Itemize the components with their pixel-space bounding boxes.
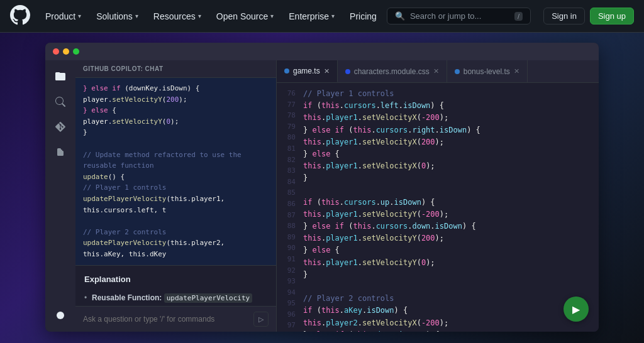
nav-product[interactable]: Product ▾ [40,8,86,25]
nav-pricing-label: Pricing [350,11,377,21]
tab-close-characters-css[interactable]: ✕ [433,67,439,75]
nav-actions: Sign in Sign up [543,8,634,24]
nav-enterprise-label: Enterprise [289,11,329,21]
nav-open-source-label: Open Source [216,11,269,21]
tab-icon-css [345,69,350,74]
copilot-explanation: Explanation Reusable Function: updatePla… [75,266,276,307]
explanation-item-1: Reusable Function: updatePlayerVelocity … [84,292,267,306]
editor-tabs: game.ts ✕ characters.module.css ✕ bonus-… [277,60,599,83]
tab-close-bonus-level-ts[interactable]: ✕ [514,67,519,75]
tab-icon-ts2 [455,69,460,74]
signin-button[interactable]: Sign in [543,8,585,24]
nav-resources[interactable]: Resources ▾ [148,8,206,25]
chevron-down-icon: ▾ [78,13,81,19]
sidebar-icon-search[interactable] [49,90,72,113]
window-dot-green[interactable] [73,48,79,55]
search-bar[interactable]: 🔍 Search or jump to... / [387,8,531,24]
chevron-down-icon: ▾ [331,13,335,19]
sidebar-icon-explorer[interactable] [49,65,72,88]
signup-button[interactable]: Sign up [590,8,634,24]
copilot-input-bar: ▷ [75,306,276,332]
search-kbd: / [514,12,523,21]
main-content: GITHUB COPILOT: CHAT } else if (downKey.… [0,33,644,343]
copilot-send-button[interactable]: ▷ [253,312,269,327]
editor-sidebar [45,60,75,332]
chevron-down-icon: ▾ [270,13,274,19]
sidebar-icon-extensions[interactable] [49,141,72,163]
search-icon: 🔍 [395,11,405,21]
line-numbers: 7677787980818283848586878889909192939495… [277,83,303,332]
nav-resources-label: Resources [153,11,196,21]
chevron-down-icon: ▾ [135,13,138,19]
window-titlebar [45,43,599,60]
nav-pricing[interactable]: Pricing [345,8,382,25]
svg-point-0 [57,312,64,319]
nav-enterprise[interactable]: Enterprise ▾ [284,8,340,25]
tab-characters-css[interactable]: characters.module.css ✕ [338,60,447,82]
tab-bonus-level-ts[interactable]: bonus-level.ts ✕ [447,60,528,82]
chevron-down-icon: ▾ [198,13,201,19]
editor-window: GITHUB COPILOT: CHAT } else if (downKey.… [45,43,599,332]
explanation-title: Explanation [84,273,267,286]
copilot-header: GITHUB COPILOT: CHAT [75,60,276,78]
code-editor: game.ts ✕ characters.module.css ✕ bonus-… [277,60,599,332]
copilot-code-block: } else if (downKey.isDown) { player.setV… [75,78,276,266]
nav-solutions-label: Solutions [96,11,133,21]
play-button[interactable]: ▶ [564,297,589,322]
code-content: // Player 1 controls if (this.cursors.le… [303,83,599,332]
nav-product-label: Product [45,11,75,21]
tab-icon-ts [284,68,289,74]
sidebar-icon-git[interactable] [49,116,72,138]
window-dot-yellow[interactable] [63,48,69,55]
code-area: 7677787980818283848586878889909192939495… [277,83,599,332]
sidebar-icon-copilot[interactable] [49,304,72,327]
search-placeholder: Search or jump to... [410,11,509,21]
github-logo[interactable] [10,5,30,28]
nav-open-source[interactable]: Open Source ▾ [211,8,279,25]
window-dot-red[interactable] [53,48,59,55]
navbar: Product ▾ Solutions ▾ Resources ▾ Open S… [0,0,644,33]
copilot-input[interactable] [83,315,248,324]
nav-solutions[interactable]: Solutions ▾ [91,8,143,25]
tab-game-ts[interactable]: game.ts ✕ [277,60,338,82]
tab-close-game-ts[interactable]: ✕ [324,67,330,75]
copilot-panel: GITHUB COPILOT: CHAT } else if (downKey.… [75,60,277,332]
